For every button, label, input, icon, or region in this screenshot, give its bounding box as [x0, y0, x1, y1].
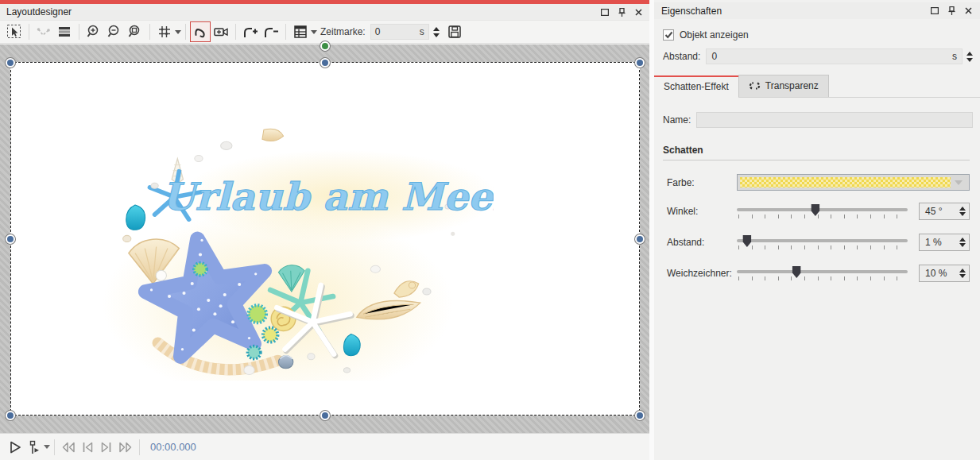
designer-toolbar: Zeitmarke: 0 s — [0, 20, 649, 44]
pin-icon[interactable] — [947, 6, 956, 16]
zeitmarke-input[interactable]: 0 s — [370, 24, 429, 40]
curve-tool-icon[interactable] — [190, 21, 211, 42]
weichzeichner-label: Weichzeichner: — [667, 268, 737, 279]
abstand-time-input[interactable]: 0 s — [706, 48, 963, 64]
keyframe-remove-icon[interactable] — [261, 21, 281, 42]
winkel-slider[interactable] — [737, 201, 908, 222]
play-options-dropdown-icon[interactable] — [44, 445, 50, 449]
select-tool-icon[interactable] — [4, 21, 25, 42]
zoom-in-icon[interactable] — [83, 21, 104, 42]
layout-designer-titlebar: Layoutdesigner — [0, 4, 649, 20]
name-row: Name: — [663, 112, 973, 128]
layout-designer-panel: Layoutdesigner — [0, 0, 649, 460]
resize-handle-bottom-right[interactable] — [635, 411, 645, 420]
resize-handle-bottom-center[interactable] — [320, 411, 330, 420]
weichzeichner-spinner[interactable] — [959, 269, 966, 278]
winkel-spinner[interactable] — [959, 207, 966, 216]
design-stage[interactable]: Urlaub am Meer — [0, 44, 649, 433]
effect-tabs: Schatten-Effekt Transparenz — [654, 75, 980, 98]
winkel-value-input[interactable]: 45 ° — [919, 203, 970, 220]
resize-handle-top-center[interactable] — [320, 58, 330, 68]
panel-title: Layoutdesigner — [6, 6, 72, 17]
rewind-icon[interactable] — [59, 438, 78, 457]
color-dropdown-icon — [955, 180, 963, 185]
abstand-time-row: Abstand: 0 s — [663, 48, 973, 64]
weichzeichner-row: Weichzeichner: 10 % — [667, 263, 970, 284]
artwork-title-text: Urlaub am Meer — [162, 174, 494, 218]
tab-transparenz[interactable]: Transparenz — [738, 75, 829, 97]
abstand-time-label: Abstand: — [663, 51, 700, 62]
zoom-fit-icon[interactable] — [125, 21, 145, 42]
beach-artwork[interactable]: Urlaub am Meer — [103, 112, 494, 381]
timecode-display: 00:00.000 — [150, 441, 196, 453]
close-icon[interactable] — [633, 7, 643, 17]
weichzeichner-value-input[interactable]: 10 % — [919, 265, 970, 282]
maximize-icon[interactable] — [930, 6, 939, 16]
resize-handle-top-right[interactable] — [635, 58, 645, 68]
toolbar-separator — [185, 24, 186, 40]
table-view-icon[interactable] — [290, 21, 311, 42]
keyframe-add-icon[interactable] — [240, 21, 261, 42]
pin-icon[interactable] — [617, 7, 626, 17]
resize-handle-top-left[interactable] — [6, 58, 15, 68]
skip-to-start-icon[interactable] — [78, 438, 97, 457]
name-label: Name: — [663, 114, 691, 126]
transport-separator — [139, 439, 140, 455]
play-icon[interactable] — [6, 438, 25, 457]
close-icon[interactable] — [963, 6, 973, 16]
rotate-handle[interactable] — [320, 41, 330, 51]
resize-handle-middle-right[interactable] — [635, 234, 645, 244]
show-object-label: Objekt anzeigen — [680, 29, 749, 41]
maximize-icon[interactable] — [600, 7, 610, 17]
farbe-label: Farbe: — [667, 177, 737, 188]
farbe-row: Farbe: — [667, 174, 970, 191]
transport-bar: 00:00.000 — [0, 433, 649, 460]
abstand-row: Abstand: 1 % — [667, 232, 970, 253]
panel-title: Eigenschaften — [661, 6, 722, 17]
toolbar-separator — [235, 24, 236, 40]
grid-icon[interactable] — [154, 21, 175, 42]
save-icon[interactable] — [444, 21, 465, 42]
table-view-dropdown-icon[interactable] — [311, 30, 317, 34]
play-from-timemarker-icon[interactable] — [25, 438, 44, 457]
resize-handle-middle-left[interactable] — [6, 234, 15, 244]
show-object-checkbox[interactable] — [663, 29, 674, 41]
grid-dropdown-icon[interactable] — [175, 30, 181, 34]
abstand-time-spinner[interactable] — [966, 52, 973, 62]
show-object-row: Objekt anzeigen — [663, 29, 980, 41]
slide-canvas[interactable]: Urlaub am Meer — [10, 62, 640, 416]
zeitmarke-label: Zeitmarke: — [320, 26, 366, 37]
skip-to-end-icon[interactable] — [97, 438, 116, 457]
smooth-curve-icon[interactable] — [33, 21, 54, 42]
winkel-row: Winkel: 45 ° — [667, 201, 970, 222]
properties-panel: Eigenschaften Objekt anzeigen Abstand: 0… — [654, 0, 980, 460]
fast-forward-icon[interactable] — [116, 438, 135, 457]
abstand-spinner[interactable] — [959, 238, 966, 247]
zeitmarke-spinner[interactable] — [433, 27, 440, 37]
transparency-icon — [749, 80, 761, 91]
abstand-label: Abstand: — [667, 237, 737, 248]
zoom-out-icon[interactable] — [104, 21, 125, 42]
toolbar-separator — [285, 24, 286, 40]
abstand-slider[interactable] — [737, 232, 908, 253]
abstand-value-input[interactable]: 1 % — [919, 234, 970, 251]
name-input[interactable] — [696, 112, 973, 128]
winkel-label: Winkel: — [667, 206, 737, 217]
shadow-color-picker[interactable] — [737, 174, 970, 191]
camera-icon[interactable] — [211, 21, 231, 42]
tab-schatten-effekt[interactable]: Schatten-Effekt — [654, 75, 738, 98]
properties-titlebar: Eigenschaften — [654, 2, 980, 19]
shadow-color-swatch — [740, 177, 951, 187]
toolbar-separator — [149, 24, 150, 40]
layers-icon[interactable] — [54, 21, 75, 42]
transport-separator — [54, 439, 55, 455]
toolbar-separator — [29, 24, 29, 40]
resize-handle-bottom-left[interactable] — [6, 411, 15, 420]
schatten-section-title: Schatten — [663, 145, 970, 160]
weichzeichner-slider[interactable] — [737, 263, 908, 284]
toolbar-separator — [79, 24, 79, 40]
